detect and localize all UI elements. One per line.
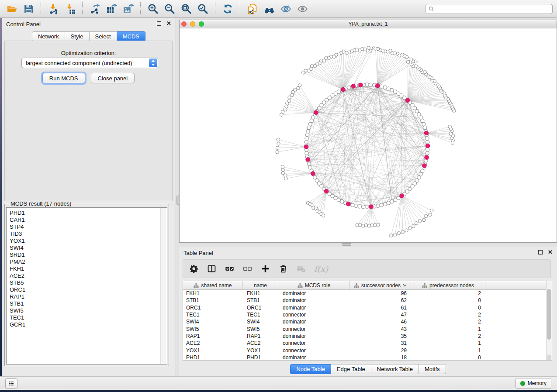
search-network-button[interactable]	[262, 2, 277, 16]
table-row[interactable]: PHD1PHD1dominator180	[183, 354, 552, 361]
close-table-panel-button[interactable]: ✕	[548, 250, 553, 254]
import-table-button[interactable]	[62, 2, 77, 16]
mcds-result-item[interactable]: TEC1	[7, 314, 167, 321]
mcds-result-item[interactable]: ACE2	[7, 272, 167, 279]
mcds-result-item[interactable]: CAR1	[7, 217, 167, 224]
close-panel-button-mcds[interactable]: Close panel	[91, 73, 135, 83]
float-panel-button[interactable]	[157, 21, 161, 26]
tab-node-table[interactable]: Node Table	[290, 364, 331, 374]
mcds-result-item[interactable]: PHD1	[7, 210, 167, 217]
mcds-result-item[interactable]: YOX1	[7, 237, 167, 244]
mcds-result-list[interactable]: PHD1CAR1STP4TID3YOX1SWI4SRD1PMA2FKH1ACE2…	[6, 207, 167, 364]
table-row[interactable]: TEC1TEC1connector472	[183, 311, 552, 318]
mcds-result-item[interactable]: STP4	[7, 224, 167, 230]
share-document-button[interactable]	[245, 2, 260, 16]
mcds-result-item[interactable]: RAP1	[7, 293, 167, 300]
table-row[interactable]: SWI5SWI5connector431	[183, 325, 552, 332]
import-network-button[interactable]	[46, 2, 61, 16]
tab-edge-table[interactable]: Edge Table	[331, 364, 371, 374]
tab-network-table[interactable]: Network Table	[371, 364, 419, 374]
table-row[interactable]: ORC1ORC1dominator610	[183, 304, 552, 311]
search-network-icon	[264, 3, 275, 14]
save-session-icon	[23, 3, 34, 14]
tab-select[interactable]: Select	[90, 31, 117, 41]
mcds-result-item[interactable]: PMA2	[7, 258, 167, 265]
memory-status-icon	[520, 381, 525, 386]
select-stepper-icon	[149, 58, 157, 67]
table-row[interactable]: SWI4SWI4dominator462	[183, 318, 552, 325]
table-scrollbar-thumb[interactable]	[547, 289, 551, 340]
zoom-out-button[interactable]	[162, 2, 177, 16]
add-row-button[interactable]	[260, 264, 270, 274]
horizontal-splitter[interactable]	[179, 243, 557, 247]
tab-mcds[interactable]: MCDS	[117, 31, 145, 41]
column-header-predecessor-nodes[interactable]: predecessor nodes	[411, 281, 485, 289]
task-history-button[interactable]	[5, 378, 17, 389]
zoom-selected-button[interactable]	[195, 2, 210, 16]
table-cell: RAP1	[183, 333, 243, 339]
show-details-button[interactable]	[295, 2, 310, 16]
mcds-result-item[interactable]: TID3	[7, 230, 167, 237]
hide-details-button[interactable]	[278, 2, 293, 16]
optimization-criterion-select[interactable]: largest connected component (undirected)	[21, 58, 158, 68]
select-all-button[interactable]	[224, 264, 235, 274]
table-cell: 35	[350, 333, 411, 339]
column-header-successor-nodes[interactable]: successor nodes	[350, 281, 411, 289]
tab-network[interactable]: Network	[32, 31, 65, 41]
memory-button[interactable]: Memory	[515, 378, 551, 389]
close-panel-button[interactable]: ✕	[166, 21, 171, 26]
table-cell: 2	[411, 319, 485, 325]
settings-button[interactable]	[188, 264, 199, 274]
column-header-MCDS-role[interactable]: MCDS role	[278, 281, 350, 289]
maximize-window-button[interactable]	[199, 21, 204, 27]
tab-style[interactable]: Style	[65, 31, 90, 41]
table-row[interactable]: ACE2ACE2connector311	[183, 340, 552, 347]
search-box[interactable]	[425, 4, 553, 14]
network-view[interactable]	[180, 28, 557, 242]
horizontal-splitter-grip[interactable]	[342, 243, 351, 246]
table-panel-tabs: Node TableEdge TableNetwork TableMotifs	[179, 364, 557, 374]
table-row[interactable]: STB1STB1dominator620	[183, 297, 552, 304]
table-cell: SWI5	[243, 326, 278, 332]
save-session-button[interactable]	[21, 2, 36, 16]
vertical-splitter[interactable]	[176, 18, 179, 376]
split-view-button[interactable]	[206, 264, 217, 274]
table-row[interactable]: YOX1YOX1connector291	[183, 347, 552, 354]
destroy-table-button[interactable]	[296, 264, 306, 274]
deselect-all-button[interactable]	[242, 264, 253, 274]
mcds-result-item[interactable]: GCR1	[7, 321, 167, 328]
open-file-icon	[7, 3, 17, 14]
function-builder-button[interactable]: f(x)	[314, 264, 329, 274]
open-file-button[interactable]	[4, 2, 19, 16]
export-image-button[interactable]	[121, 2, 135, 16]
export-table-button[interactable]	[104, 2, 119, 16]
refresh-button[interactable]	[220, 2, 235, 16]
float-table-panel-button[interactable]	[538, 250, 543, 254]
export-network-button[interactable]	[87, 2, 102, 16]
zoom-in-button[interactable]	[145, 2, 160, 16]
close-window-button[interactable]	[181, 21, 187, 27]
mcds-result-item[interactable]: STB5	[7, 279, 167, 286]
mcds-result-item[interactable]: SWI4	[7, 244, 167, 251]
mcds-result-item[interactable]: SRD1	[7, 251, 167, 258]
tab-motifs[interactable]: Motifs	[419, 364, 446, 374]
table-scrollbar[interactable]	[546, 281, 552, 360]
network-window-titlebar[interactable]: YPA_prune.txt_1	[180, 20, 557, 28]
column-header-shared-name[interactable]: shared name	[183, 281, 243, 289]
table-row[interactable]: FKH1FKH1dominator962	[183, 290, 552, 297]
mcds-result-item[interactable]: SWI5	[7, 307, 167, 314]
mcds-result-item[interactable]: FKH1	[7, 265, 167, 272]
zoom-fit-button[interactable]	[179, 2, 194, 16]
table-cell: STB1	[183, 297, 243, 303]
table-row[interactable]: RAP1RAP1dominator352	[183, 333, 552, 340]
search-input[interactable]	[436, 5, 549, 12]
table-cell: connector	[278, 312, 350, 318]
minimize-window-button[interactable]	[190, 21, 195, 27]
network-canvas[interactable]	[180, 28, 557, 242]
run-mcds-button[interactable]: Run MCDS	[42, 73, 85, 83]
mcds-result-item[interactable]: ORC1	[7, 286, 167, 293]
result-list-scrollbar[interactable]	[160, 208, 166, 364]
column-header-name[interactable]: name	[243, 281, 278, 289]
mcds-result-item[interactable]: STB1	[7, 300, 167, 307]
delete-row-button[interactable]	[278, 264, 288, 274]
